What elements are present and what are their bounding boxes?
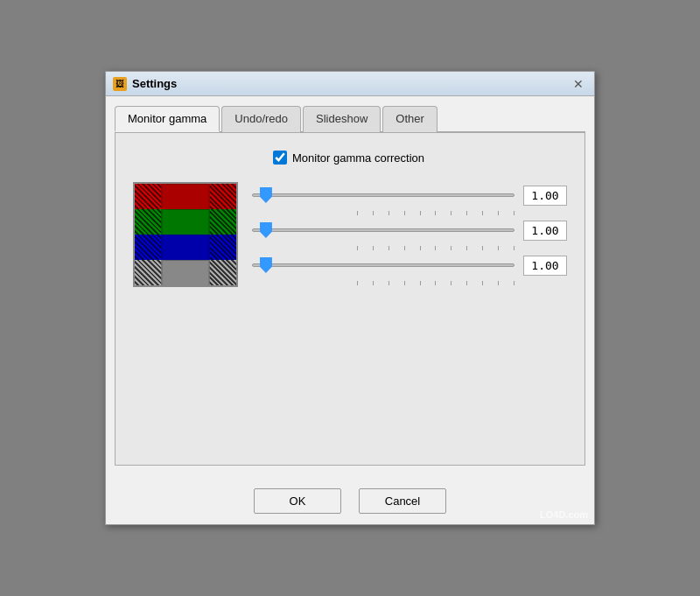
slider-rows	[252, 182, 567, 287]
slider-row-red	[252, 182, 567, 208]
checkbox-row: Monitor gamma correction	[273, 151, 567, 165]
tick	[373, 246, 374, 250]
tick	[451, 281, 452, 285]
inner-blue-block	[162, 235, 210, 261]
ticks-blue	[357, 281, 514, 285]
tick	[357, 211, 358, 215]
tick	[420, 211, 421, 215]
tick	[435, 246, 436, 250]
slider-container-blue	[252, 252, 514, 278]
tick	[357, 246, 358, 250]
cancel-button[interactable]: Cancel	[359, 488, 446, 514]
tick	[404, 281, 405, 285]
gamma-correction-label: Monitor gamma correction	[292, 151, 424, 165]
tick	[420, 281, 421, 285]
slider-container-green	[252, 217, 514, 243]
tick	[435, 211, 436, 215]
tick	[404, 246, 405, 250]
tick	[388, 281, 389, 285]
tick	[404, 211, 405, 215]
tick	[514, 281, 514, 285]
tick	[466, 211, 467, 215]
inner-red-block	[162, 184, 210, 210]
tick	[498, 211, 499, 215]
color-band-gray	[135, 260, 236, 285]
slider-container-red	[252, 182, 514, 208]
tick	[451, 211, 452, 215]
tick	[373, 211, 374, 215]
slider-row-blue	[252, 252, 567, 278]
tab-slideshow[interactable]: Slideshow	[303, 106, 381, 132]
tick	[357, 281, 358, 285]
tick	[482, 281, 483, 285]
ticks-red	[357, 211, 514, 215]
gamma-correction-checkbox[interactable]	[273, 151, 287, 165]
ok-button[interactable]: OK	[254, 488, 341, 514]
color-preview	[133, 182, 238, 287]
title-bar-left: 🖼 Settings	[113, 77, 177, 91]
tick	[498, 281, 499, 285]
sliders-area	[133, 182, 567, 287]
tick	[388, 246, 389, 250]
tick	[514, 246, 514, 250]
slider-value-blue[interactable]	[523, 256, 567, 276]
tick-row-red	[252, 208, 567, 217]
ticks-green	[357, 246, 514, 250]
tab-monitor-gamma[interactable]: Monitor gamma	[115, 106, 220, 132]
panel-content: Monitor gamma correction	[115, 133, 585, 466]
tab-undo-redo[interactable]: Undo/redo	[221, 106, 301, 132]
tick	[466, 246, 467, 250]
inner-gray-block	[162, 260, 210, 286]
slider-row-green	[252, 217, 567, 243]
tick	[420, 246, 421, 250]
slider-value-red[interactable]	[523, 186, 567, 206]
close-button[interactable]: ✕	[570, 75, 587, 93]
tick	[466, 281, 467, 285]
tick	[498, 246, 499, 250]
settings-dialog: 🖼 Settings ✕ Monitor gamma Undo/redo Sli…	[105, 71, 595, 525]
app-icon: 🖼	[113, 77, 127, 91]
tab-other[interactable]: Other	[382, 106, 438, 132]
color-band-blue	[135, 235, 236, 260]
tick	[482, 246, 483, 250]
tick-row-blue	[252, 278, 567, 287]
tick	[451, 246, 452, 250]
button-row: OK Cancel	[106, 474, 594, 524]
inner-green-block	[162, 209, 210, 235]
tick	[373, 281, 374, 285]
tick-row-green	[252, 243, 567, 252]
tick	[514, 211, 514, 215]
tab-bar: Monitor gamma Undo/redo Slideshow Other	[115, 105, 585, 133]
window-title: Settings	[132, 77, 177, 90]
tick	[482, 211, 483, 215]
color-band-green	[135, 209, 236, 235]
slider-value-green[interactable]	[523, 221, 567, 241]
tick	[435, 281, 436, 285]
tick	[388, 211, 389, 215]
window-content: Monitor gamma Undo/redo Slideshow Other …	[106, 96, 594, 474]
color-band-red	[135, 184, 236, 209]
title-bar: 🖼 Settings ✕	[106, 72, 594, 96]
